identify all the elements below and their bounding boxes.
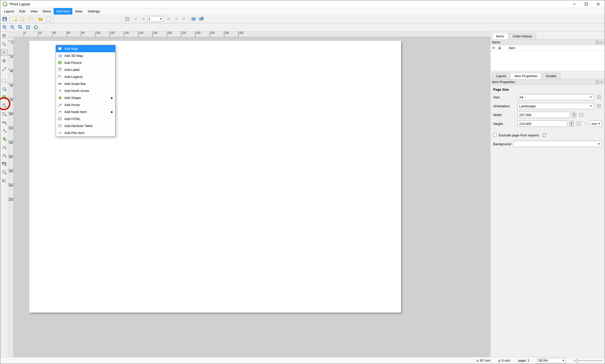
- menu-settings[interactable]: Settings: [85, 8, 102, 15]
- prev-feature-button[interactable]: [139, 16, 146, 22]
- add-label-tool[interactable]: T: [1, 102, 8, 109]
- menu-view[interactable]: View: [28, 8, 40, 15]
- add-scalebar-tool[interactable]: [1, 119, 8, 125]
- menu-add-north-arrow[interactable]: Add North Arrow: [56, 87, 115, 94]
- unit-select[interactable]: mm▼: [590, 121, 602, 127]
- svg-point-56: [5, 123, 7, 124]
- background-color-select[interactable]: ▼: [513, 141, 602, 147]
- atlas-export-button[interactable]: [198, 16, 205, 22]
- menu-add-label[interactable]: TAdd Label: [56, 66, 115, 73]
- add-map-tool[interactable]: +: [1, 77, 8, 84]
- zoom-out-button[interactable]: −: [9, 24, 16, 31]
- lock-aspect-icon[interactable]: [584, 122, 588, 125]
- width-input[interactable]: [517, 112, 570, 118]
- zoom-tool[interactable]: [1, 41, 8, 48]
- save-button[interactable]: [1, 16, 8, 22]
- svg-rect-95: [58, 83, 59, 84]
- add-html-tool[interactable]: </>: [1, 160, 8, 167]
- menu-add-shape[interactable]: Add Shape▶: [56, 94, 115, 101]
- menu-edit[interactable]: Edit: [17, 8, 28, 15]
- add-plot-tool[interactable]: [1, 177, 8, 184]
- data-defined-orientation[interactable]: [596, 103, 602, 109]
- menu-add-arrow[interactable]: Add Arrow: [56, 101, 115, 108]
- menu-items[interactable]: Items: [40, 8, 54, 15]
- zoom-in-button[interactable]: +: [1, 24, 8, 31]
- refresh-button[interactable]: [33, 24, 39, 31]
- atlas-page-combo[interactable]: 1▼: [147, 16, 163, 22]
- add-shape-tool[interactable]: [1, 135, 8, 142]
- close-button[interactable]: [592, 0, 604, 8]
- menu-layout[interactable]: Layout: [1, 8, 17, 15]
- print-button[interactable]: [180, 16, 187, 22]
- legend-icon: [58, 75, 62, 79]
- duplicate-layout-button[interactable]: [19, 16, 26, 22]
- orientation-select[interactable]: Landscape▼: [517, 103, 594, 109]
- maximize-button[interactable]: [580, 0, 592, 8]
- menu-add-picture[interactable]: Add Picture: [56, 59, 115, 66]
- zoom-actual-button[interactable]: 1:1: [17, 24, 24, 31]
- pan-tool[interactable]: [1, 32, 8, 39]
- add-legend-tool[interactable]: [1, 110, 8, 117]
- open-button[interactable]: [37, 16, 44, 22]
- menubar: Layout Edit View Items Add Item Atlas Se…: [0, 8, 605, 15]
- tab-undo-history[interactable]: Undo History: [509, 33, 536, 39]
- edit-nodes-tool[interactable]: [1, 66, 8, 72]
- add-picture-tool[interactable]: [1, 94, 8, 101]
- items-list[interactable]: Item: [491, 45, 605, 71]
- next-feature-button[interactable]: [164, 16, 171, 22]
- width-spinner[interactable]: ▲▼: [572, 112, 576, 118]
- zoom-combo[interactable]: 58.9%▼: [537, 358, 566, 363]
- move-content-tool[interactable]: [1, 57, 8, 64]
- svg-rect-97: [60, 83, 61, 84]
- height-input[interactable]: [517, 121, 567, 127]
- new-layout-button[interactable]: +: [11, 16, 18, 22]
- menu-add-html[interactable]: Add HTML: [56, 115, 115, 122]
- menu-atlas[interactable]: Atlas: [72, 8, 85, 15]
- minimize-button[interactable]: [568, 0, 580, 8]
- select-tool[interactable]: [1, 49, 8, 56]
- tab-item-properties[interactable]: Item Properties: [511, 73, 541, 79]
- add-3dmap-tool[interactable]: [1, 85, 8, 92]
- menu-add-legend[interactable]: Add Legend: [56, 73, 115, 80]
- data-defined-height[interactable]: [576, 121, 582, 127]
- property-tabs: Layout Item Properties Guides: [491, 71, 605, 79]
- svg-rect-2: [585, 3, 588, 5]
- menu-add-item[interactable]: Add Item: [54, 8, 72, 15]
- atlas-preview-button[interactable]: [124, 16, 131, 22]
- first-feature-button[interactable]: [132, 16, 138, 22]
- panel-controls[interactable]: [596, 41, 603, 44]
- close-panel-icon[interactable]: [600, 41, 603, 44]
- menu-add-node-item[interactable]: Add Node Item▶: [56, 108, 115, 115]
- tab-guides[interactable]: Guides: [542, 73, 560, 79]
- height-spinner[interactable]: ▲▼: [569, 121, 574, 127]
- add-arrow-tool[interactable]: [1, 144, 8, 150]
- last-feature-button[interactable]: [172, 16, 179, 22]
- atlas-settings-button[interactable]: [190, 16, 197, 22]
- size-select[interactable]: A4▼: [517, 94, 594, 100]
- save-as-template-button[interactable]: [45, 16, 52, 22]
- panel-controls-2[interactable]: [596, 81, 603, 84]
- menu-add-plot-item[interactable]: Add Plot Item: [56, 129, 115, 136]
- add-node-item-tool[interactable]: [1, 152, 8, 159]
- undock-icon[interactable]: [596, 41, 599, 44]
- menu-add-attribute-table[interactable]: Add Attribute Table: [56, 122, 115, 129]
- close-panel-icon[interactable]: [600, 81, 603, 84]
- add-north-arrow-tool[interactable]: [1, 127, 8, 134]
- data-defined-width[interactable]: [578, 112, 584, 118]
- tab-layout[interactable]: Layout: [492, 73, 510, 79]
- menu-add-map[interactable]: Add Map: [56, 45, 115, 52]
- menu-add-3d-map[interactable]: Add 3D Map: [56, 52, 115, 59]
- zoom-full-button[interactable]: [25, 24, 31, 31]
- data-defined-size[interactable]: [596, 94, 602, 100]
- layout-manager-button[interactable]: [27, 16, 34, 22]
- add-table-tool[interactable]: [1, 169, 8, 175]
- visibility-icon: [492, 46, 496, 50]
- svg-point-45: [5, 106, 6, 108]
- items-list-header: Item: [491, 45, 605, 51]
- data-defined-exclude[interactable]: [541, 132, 548, 138]
- menu-add-scale-bar[interactable]: Add Scale Bar: [56, 80, 115, 87]
- undock-icon[interactable]: [596, 81, 599, 84]
- tab-items[interactable]: Items: [492, 33, 508, 39]
- exclude-checkbox[interactable]: [493, 133, 497, 137]
- zoom-slider[interactable]: [574, 360, 602, 361]
